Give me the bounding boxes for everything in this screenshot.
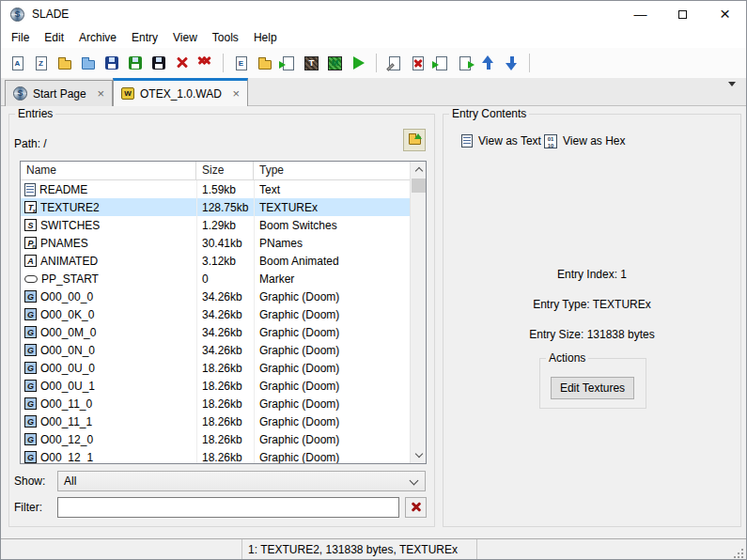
save-archive-as-button[interactable] (124, 51, 146, 75)
entry-size: 34.26kb (196, 344, 254, 357)
view-as-text-label: View as Text (478, 134, 541, 148)
rename-entry-button[interactable] (383, 51, 405, 75)
table-row[interactable]: GO00_00_034.26kbGraphic (Doom) (21, 288, 410, 305)
map-editor-icon: M (328, 56, 342, 70)
column-header-size[interactable]: Size (196, 162, 254, 179)
new-entry-button[interactable]: E (230, 51, 252, 75)
menu-tools[interactable]: Tools (205, 27, 246, 48)
switches-entry-icon: S (24, 219, 37, 231)
chevron-up-icon (414, 167, 422, 175)
table-row[interactable]: GO00_11_018.26kbGraphic (Doom) (21, 395, 410, 412)
list-scrollbar[interactable] (410, 162, 426, 463)
clear-filter-button[interactable] (405, 497, 427, 518)
tab-close-icon[interactable]: × (97, 86, 104, 101)
maximize-icon (678, 10, 687, 19)
close-all-button[interactable] (195, 51, 216, 75)
move-up-button[interactable] (477, 51, 499, 75)
entry-name: O00_0K_0 (40, 308, 94, 321)
resize-grip[interactable] (733, 548, 743, 558)
menu-entry[interactable]: Entry (124, 27, 165, 48)
texture-editor-button[interactable]: T (301, 51, 322, 75)
edit-textures-button[interactable]: Edit Textures (551, 377, 634, 399)
table-row[interactable]: SSWITCHES1.29kbBoom Switches (21, 216, 410, 234)
entry-size: 18.26kb (196, 380, 254, 393)
graphic-entry-icon: G (24, 308, 37, 320)
map-editor-button[interactable]: M (324, 51, 346, 75)
table-row[interactable]: GO00_0U_018.26kbGraphic (Doom) (21, 359, 410, 377)
toolbar-separator (376, 54, 377, 72)
new-archive-button[interactable]: A (7, 51, 28, 75)
import-entry-button[interactable] (430, 51, 452, 75)
close-archive-button[interactable] (171, 51, 193, 75)
new-zip-archive-button[interactable]: Z (30, 51, 52, 75)
animated-entry-icon: A (24, 255, 37, 267)
save-archive-button[interactable] (101, 51, 122, 75)
view-as-text-button[interactable]: View as Text (461, 131, 541, 151)
entries-group-title: Entries (15, 107, 55, 120)
new-directory-button[interactable] (254, 51, 275, 75)
entry-size: 30.41kb (196, 237, 254, 250)
graphic-entry-icon: G (24, 326, 37, 338)
table-row[interactable]: PP_START0Marker (21, 270, 410, 288)
menu-edit[interactable]: Edit (37, 27, 71, 48)
entry-size: 18.26kb (196, 362, 254, 375)
table-row[interactable]: PnPNAMES30.41kbPNames (21, 234, 410, 252)
tab-close-icon[interactable]: × (232, 86, 240, 101)
filter-input[interactable] (57, 497, 399, 518)
entry-name: TEXTURE2 (40, 201, 100, 214)
table-row[interactable]: AANIMATED3.12kbBoom Animated (21, 252, 410, 270)
open-directory-button[interactable] (77, 51, 99, 75)
table-row[interactable]: GO00_11_118.26kbGraphic (Doom) (21, 412, 410, 430)
menu-bar: File Edit Archive Entry View Tools Help (1, 27, 746, 48)
table-row[interactable]: GO00_0M_034.26kbGraphic (Doom) (21, 323, 410, 341)
texture-editor-icon: T (304, 56, 319, 70)
open-archive-button[interactable] (54, 51, 75, 75)
menu-file[interactable]: File (4, 27, 37, 48)
close-button[interactable]: × (704, 1, 746, 27)
entry-type: Graphic (Doom) (254, 451, 410, 464)
column-header-type[interactable]: Type (254, 162, 426, 179)
filter-label: Filter: (14, 501, 42, 514)
column-header-name[interactable]: Name (21, 162, 196, 179)
marker-entry-icon (24, 275, 38, 283)
delete-entry-button[interactable] (407, 51, 428, 75)
tab-list-dropdown-button[interactable] (728, 86, 739, 97)
scroll-up-button[interactable] (411, 162, 427, 178)
table-row-selected[interactable]: TxTEXTURE2128.75kbTEXTUREx (21, 198, 410, 216)
entry-name: O00_0U_1 (40, 380, 95, 393)
graphic-entry-icon: G (24, 451, 37, 463)
menu-archive[interactable]: Archive (71, 27, 124, 48)
close-archive-icon (176, 56, 189, 70)
table-row[interactable]: README1.59kbText (21, 180, 410, 198)
move-down-button[interactable] (501, 51, 522, 75)
chevron-down-icon (728, 82, 736, 102)
up-directory-button[interactable] (403, 129, 426, 151)
show-dropdown[interactable]: All (57, 471, 426, 491)
hex-view-icon: 0110 (544, 134, 557, 148)
scrollbar-thumb[interactable] (412, 179, 426, 193)
menu-help[interactable]: Help (246, 27, 285, 48)
scroll-down-button[interactable] (411, 447, 427, 463)
import-files-button[interactable] (277, 51, 299, 75)
menu-view[interactable]: View (165, 27, 205, 48)
entry-size: 1.29kb (196, 219, 254, 232)
tab-start-page[interactable]: S Start Page × (5, 80, 113, 106)
save-all-button[interactable] (148, 51, 169, 75)
entry-name: PP_START (41, 272, 99, 286)
window-title: SLADE (32, 8, 69, 21)
graphic-entry-icon: G (24, 380, 37, 392)
entry-contents-groupbox: Entry Contents (443, 114, 741, 527)
maximize-button[interactable] (661, 1, 704, 27)
graphic-entry-icon: G (24, 397, 37, 410)
view-as-hex-button[interactable]: 0110 View as Hex (544, 131, 625, 151)
status-field-right (477, 539, 746, 560)
table-row[interactable]: GO00_0N_034.26kbGraphic (Doom) (21, 341, 410, 359)
table-row[interactable]: GO00_12_118.26kbGraphic (Doom) (21, 448, 410, 464)
minimize-button[interactable]: — (619, 1, 661, 27)
run-archive-button[interactable] (348, 51, 369, 75)
tab-otex-wad[interactable]: W OTEX_1.0.WAD × (113, 78, 248, 106)
table-row[interactable]: GO00_0U_118.26kbGraphic (Doom) (21, 377, 410, 395)
table-row[interactable]: GO00_0K_034.26kbGraphic (Doom) (21, 305, 410, 323)
export-entry-button[interactable] (454, 51, 475, 75)
table-row[interactable]: GO00_12_018.26kbGraphic (Doom) (21, 430, 410, 448)
